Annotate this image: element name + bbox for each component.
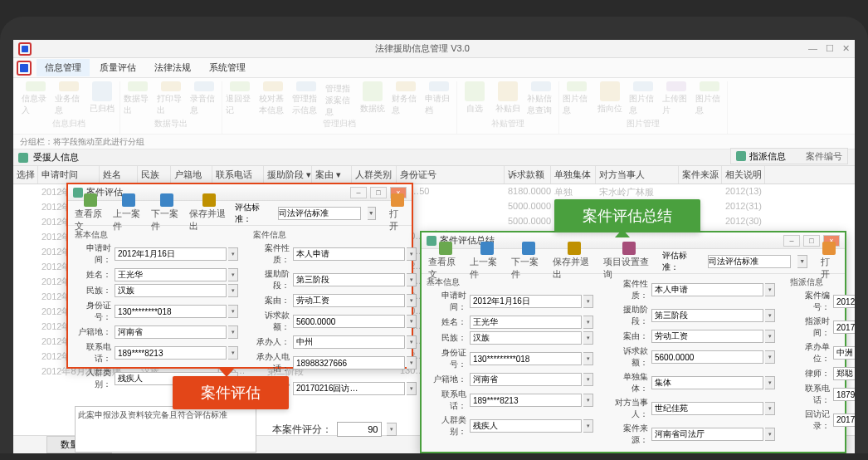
dropdown-icon[interactable]: ▼ xyxy=(797,255,807,268)
column-header[interactable]: 案件来源 xyxy=(679,166,722,184)
ribbon-button[interactable]: 指向位 xyxy=(596,81,624,116)
ribbon-button[interactable]: 退回登记 xyxy=(226,81,254,116)
form-input[interactable] xyxy=(651,283,763,296)
form-input[interactable] xyxy=(293,273,405,286)
column-header[interactable]: 对方当事人 xyxy=(596,166,679,184)
column-header[interactable]: 选择 xyxy=(13,166,38,184)
dropdown-icon[interactable]: ▼ xyxy=(368,207,377,220)
column-header[interactable]: 援助阶段 ▾ xyxy=(264,166,312,184)
ribbon-button[interactable]: 财务信息 xyxy=(392,81,420,116)
open-button[interactable]: 打开 xyxy=(389,193,405,232)
column-header[interactable]: 民族 xyxy=(138,166,171,184)
dropdown-icon[interactable]: ▾ xyxy=(407,273,417,286)
case-eval-dialog[interactable]: 案件评估 – □ × 查看原文 上一案件 下一案件 保存并退出 评估标准： ▼ … xyxy=(66,183,413,369)
case-summary-dialog[interactable]: 案件评估总结 – □ × 查看原文 上一案件 下一案件 保存并退出 项目设置查询… xyxy=(420,231,846,453)
dropdown-icon[interactable]: ▾ xyxy=(765,350,775,364)
save-exit-button[interactable]: 保存并退出 xyxy=(189,193,228,232)
column-header[interactable]: 人群类别 xyxy=(352,166,397,184)
form-input[interactable] xyxy=(651,350,763,364)
ribbon-button[interactable]: 已归档 xyxy=(88,81,116,116)
column-header[interactable]: 身份证号 xyxy=(397,166,505,184)
ribbon-button[interactable]: 业务信息 xyxy=(55,81,83,116)
form-input[interactable] xyxy=(115,325,227,339)
score-input[interactable] xyxy=(337,422,382,437)
form-input[interactable] xyxy=(470,394,582,407)
next-case-button[interactable]: 下一案件 xyxy=(151,193,183,232)
dropdown-icon[interactable]: ▾ xyxy=(765,428,775,441)
eval-standard-select[interactable] xyxy=(278,207,361,220)
dropdown-icon[interactable]: ▾ xyxy=(407,294,417,307)
form-input[interactable] xyxy=(293,247,405,261)
column-header[interactable]: 联系电话 xyxy=(212,166,264,184)
save-exit-button[interactable]: 保存并退出 xyxy=(553,242,597,281)
ribbon-button[interactable]: 数据导出 xyxy=(124,81,152,116)
view-original-button[interactable]: 查看原文 xyxy=(428,242,463,281)
dropdown-icon[interactable]: ▾ xyxy=(407,382,417,395)
dropdown-icon[interactable]: ▾ xyxy=(583,331,593,345)
close-button[interactable]: ✕ xyxy=(842,43,850,54)
dropdown-icon[interactable]: ▾ xyxy=(583,316,593,329)
column-header[interactable]: 申请时间 xyxy=(38,166,100,184)
form-input[interactable] xyxy=(293,356,405,369)
spinner-icon[interactable]: ▾ xyxy=(387,423,397,436)
form-input[interactable] xyxy=(833,414,855,427)
dropdown-icon[interactable]: ▾ xyxy=(765,309,775,322)
form-input[interactable] xyxy=(115,268,227,281)
dialog-max-button[interactable]: □ xyxy=(803,235,820,247)
form-input[interactable] xyxy=(833,388,855,401)
ribbon-button[interactable]: 校对基本信息 xyxy=(259,81,287,116)
dropdown-icon[interactable]: ▾ xyxy=(228,284,238,297)
dropdown-icon[interactable]: ▾ xyxy=(583,295,593,308)
dialog-min-button[interactable]: – xyxy=(783,235,800,247)
column-header[interactable]: 相关说明 xyxy=(722,166,765,184)
ribbon-button[interactable]: 图片信息 xyxy=(629,81,657,116)
form-input[interactable] xyxy=(651,428,763,441)
form-input[interactable] xyxy=(833,321,855,334)
form-input[interactable] xyxy=(470,373,582,386)
dropdown-icon[interactable]: ▾ xyxy=(228,325,238,339)
dropdown-icon[interactable]: ▾ xyxy=(407,247,417,261)
form-input[interactable] xyxy=(470,419,582,433)
ribbon-button[interactable]: 申请归档 xyxy=(425,81,453,116)
form-input[interactable] xyxy=(833,367,855,380)
menu-laws[interactable]: 法律法规 xyxy=(146,59,199,76)
ribbon-button[interactable]: 补贴信息查询 xyxy=(527,81,555,116)
form-input[interactable] xyxy=(651,376,763,389)
maximize-button[interactable]: ☐ xyxy=(826,43,834,54)
eval-standard-select[interactable] xyxy=(708,255,791,268)
next-case-button[interactable]: 下一案件 xyxy=(511,242,546,281)
form-input[interactable] xyxy=(115,247,227,261)
column-header[interactable]: 单独集体 xyxy=(551,166,596,184)
dropdown-icon[interactable]: ▾ xyxy=(228,346,238,360)
dropdown-icon[interactable]: ▾ xyxy=(583,352,593,365)
form-input[interactable] xyxy=(651,402,763,415)
ribbon-button[interactable]: 图片信息 xyxy=(695,81,724,116)
ribbon-button[interactable]: 信息录入 xyxy=(22,81,50,116)
ribbon-button[interactable]: 打印导出 xyxy=(157,81,185,116)
dropdown-icon[interactable]: ▾ xyxy=(228,268,238,281)
menu-info[interactable]: 信息管理 xyxy=(37,59,90,76)
project-query-button[interactable]: 项目设置查询 xyxy=(603,242,656,281)
form-input[interactable] xyxy=(115,284,227,297)
form-input[interactable] xyxy=(651,330,763,343)
ribbon-button[interactable]: 录音信息 xyxy=(190,81,218,116)
form-input[interactable] xyxy=(293,315,405,328)
form-input[interactable] xyxy=(470,352,582,365)
dropdown-icon[interactable]: ▾ xyxy=(765,283,775,296)
memo-textarea[interactable]: 此案申报涉及资料较完备且符合评估标准 xyxy=(75,406,256,453)
dropdown-icon[interactable]: ▾ xyxy=(407,335,417,349)
dialog-max-button[interactable]: □ xyxy=(370,187,387,198)
menu-system[interactable]: 系统管理 xyxy=(201,59,254,76)
ribbon-button[interactable]: 管理指示信息 xyxy=(292,81,320,116)
ribbon-button[interactable]: 自选 xyxy=(461,81,489,116)
form-input[interactable] xyxy=(833,346,855,360)
minimize-button[interactable]: — xyxy=(808,43,817,54)
column-header[interactable]: 姓名 xyxy=(100,166,138,184)
dropdown-icon[interactable]: ▾ xyxy=(228,305,238,318)
form-input[interactable] xyxy=(293,335,405,349)
ribbon-button[interactable]: 管理指派案信息 xyxy=(325,81,354,116)
dropdown-icon[interactable]: ▾ xyxy=(583,373,593,386)
form-input[interactable] xyxy=(470,331,582,345)
form-input[interactable] xyxy=(470,316,582,329)
prev-case-button[interactable]: 上一案件 xyxy=(113,193,144,232)
